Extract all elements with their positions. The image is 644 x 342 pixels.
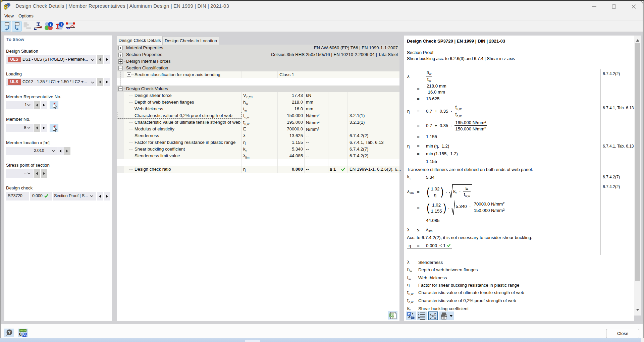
svg-text:y: y <box>430 316 432 319</box>
svg-text:4: 4 <box>434 316 436 319</box>
svg-text:6: 6 <box>4 3 8 10</box>
svg-text:?: ? <box>8 330 11 335</box>
svg-text:x: x <box>430 312 432 316</box>
svg-text:7: 7 <box>434 312 436 316</box>
